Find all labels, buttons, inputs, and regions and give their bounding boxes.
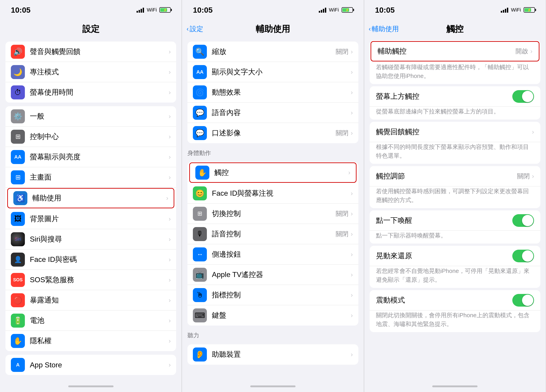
chevron-screen-time: › [169, 89, 171, 96]
spoken-label: 語音內容 [212, 108, 351, 118]
touch-row-shake[interactable]: 晃動來還原 [370, 246, 540, 266]
touch-section-top: 螢幕上方觸控 從螢幕底部邊緣向下拉來觸控螢幕上方的項目。 [370, 86, 540, 120]
settings-row-general[interactable]: ⚙️ 一般 › [6, 106, 176, 127]
touch-row-top[interactable]: 螢幕上方觸控 [370, 86, 540, 107]
side-icon: ↔ [193, 247, 207, 261]
page-title-1: 設定 [82, 23, 99, 35]
settings-row-focus[interactable]: 🌙 專注模式 › [6, 62, 176, 82]
hearing-section-label: 聽力 [182, 329, 364, 341]
acc-row-touch[interactable]: ✋ 觸控 › [189, 162, 356, 183]
acc-row-zoom[interactable]: 🔍 縮放 關閉 › [188, 42, 358, 62]
settings-row-privacy[interactable]: ✋ 隱私權 › [6, 331, 176, 351]
settings-section-3: A App Store › [6, 355, 176, 375]
accommodations-label: 觸控調節 [376, 171, 517, 181]
scroll-content-3[interactable]: 輔助觸控 開啟 › 若觸碰螢幕有障礙或需要適應性配件時，「輔助觸控」可以協助您使… [364, 38, 546, 381]
toggle-shake[interactable] [512, 250, 534, 262]
status-icons-3: WiFi ⚡ [501, 7, 535, 13]
chevron-appletv: › [351, 271, 353, 278]
acc-row-keyboard[interactable]: ⌨ 鍵盤 › [188, 305, 358, 326]
acc-row-hearing[interactable]: 👂 助聽裝置 › [188, 344, 358, 365]
audio-desc-label: 口述影像 [212, 128, 336, 138]
acc-row-side[interactable]: ↔ 側邊按鈕 › [188, 244, 358, 264]
acc-row-appletv[interactable]: 📺 Apple TV遙控器 › [188, 264, 358, 285]
spoken-icon: 💬 [193, 106, 207, 120]
touch-section-accommodations: 觸控調節 關閉 › 若使用觸控螢幕時感到困難，可調整下列設定來更改螢幕回應觸控的… [370, 166, 540, 208]
settings-row-screen-time[interactable]: ⏱ 螢幕使用時間 › [6, 82, 176, 103]
settings-row-home[interactable]: ⊞ 主畫面 › [6, 167, 176, 187]
settings-row-battery[interactable]: 🔋 電池 › [6, 310, 176, 331]
settings-row-control[interactable]: ⊞ 控制中心 › [6, 127, 176, 147]
touch-row-tap[interactable]: 點一下喚醒 [370, 210, 540, 231]
acc-row-pointer[interactable]: 🖱 指標控制 › [188, 285, 358, 305]
chevron-display: › [169, 154, 171, 161]
sos-icon: SOS [11, 273, 25, 287]
focus-icon: 🌙 [11, 65, 25, 79]
acc-row-audio-desc[interactable]: 💬 口述影像 關閉 › [188, 123, 358, 143]
assistive-touch-desc: 若觸碰螢幕有障礙或需要適應性配件時，「輔助觸控」可以協助您使用iPhone。 [370, 62, 540, 84]
chevron-faceid: › [169, 256, 171, 263]
toggle-vibration[interactable] [512, 294, 534, 307]
touch-row-vibration[interactable]: 震動模式 [370, 290, 540, 310]
motion-icon: 🌀 [193, 85, 207, 99]
acc-row-motion[interactable]: 🌀 動態效果 › [188, 82, 358, 103]
chevron-privacy: › [169, 337, 171, 345]
faceid-gaze-label: Face ID與螢幕注視 [212, 188, 351, 198]
zoom-label: 縮放 [212, 47, 336, 57]
page-title-3: 觸控 [446, 23, 463, 35]
acc-section-3: 👂 助聽裝置 › [188, 344, 358, 365]
appletv-label: Apple TV遙控器 [212, 270, 351, 280]
settings-row-wallpaper[interactable]: 🖼 背景圖片 › [6, 209, 176, 229]
touch-section-assistive: 輔助觸控 開啟 › 若觸碰螢幕有障礙或需要適應性配件時，「輔助觸控」可以協助您使… [370, 40, 540, 84]
signal-bars-1 [136, 7, 144, 13]
acc-row-switch[interactable]: ⊞ 切換控制 關閉 › [188, 204, 358, 224]
scroll-content-2[interactable]: 🔍 縮放 關閉 › AA 顯示與文字大小 › 🌀 動態效果 › [182, 38, 364, 381]
panel-touch: 10:05 WiFi ⚡ ‹ 輔助使用 觸控 [364, 0, 546, 392]
back-button-3[interactable]: ‹ 輔助使用 [369, 24, 399, 34]
chevron-wallpaper: › [169, 215, 171, 223]
chevron-touch: › [348, 169, 350, 176]
touch-row-haptic[interactable]: 觸覺回饋觸控 › [370, 122, 540, 142]
status-icons-2: WiFi ⚡ [319, 7, 353, 13]
touch-section-vibration: 震動模式 關閉此切換開關後，會停用所有iPhone上的震動模式，包含地震、海嘯和… [370, 290, 540, 332]
settings-row-appstore[interactable]: A App Store › [6, 355, 176, 375]
settings-row-display[interactable]: AA 螢幕顯示與亮度 › [6, 147, 176, 167]
acc-row-spoken[interactable]: 💬 語音內容 › [188, 103, 358, 123]
toggle-top-touch[interactable] [512, 90, 534, 103]
wallpaper-label: 背景圖片 [30, 214, 169, 224]
settings-row-accessibility[interactable]: ♿ 輔助使用 › [7, 188, 174, 208]
toggle-tap[interactable] [512, 214, 534, 227]
chevron-sound: › [169, 48, 171, 55]
settings-row-exposure[interactable]: 🔴 暴露通知 › [6, 290, 176, 310]
status-icons-1: WiFi ⚡ [136, 7, 171, 13]
signal-bar-2 [139, 10, 140, 13]
signal-bars-3 [501, 7, 508, 13]
motion-label: 動態效果 [212, 87, 351, 97]
chevron-general: › [169, 113, 171, 120]
title-row-2: ‹ 設定 輔助使用 [187, 24, 359, 34]
control-label: 控制中心 [30, 132, 169, 142]
side-label: 側邊按鈕 [212, 250, 351, 259]
back-label-3: 輔助使用 [372, 24, 399, 34]
back-button-2[interactable]: ‹ 設定 [187, 24, 203, 34]
hearing-label: 助聽裝置 [212, 349, 351, 360]
acc-row-faceid-gaze[interactable]: 😊 Face ID與螢幕注視 › [188, 183, 358, 204]
faceid-gaze-icon: 😊 [193, 186, 207, 200]
touch-row-assistive[interactable]: 輔助觸控 開啟 › [370, 41, 540, 61]
chevron-side: › [351, 251, 353, 258]
screen-time-label: 螢幕使用時間 [30, 87, 169, 97]
shake-label: 晃動來還原 [376, 251, 512, 261]
touch-row-accommodations[interactable]: 觸控調節 關閉 › [370, 166, 540, 186]
keyboard-label: 鍵盤 [212, 310, 351, 320]
acc-row-display-text[interactable]: AA 顯示與文字大小 › [188, 62, 358, 82]
settings-row-faceid[interactable]: 👤 Face ID與密碼 › [6, 250, 176, 270]
privacy-icon: ✋ [11, 334, 25, 348]
home-bar-2 [250, 386, 295, 387]
acc-row-voice[interactable]: 🎙 語音控制 關閉 › [188, 224, 358, 244]
status-bar-2: 10:05 WiFi ⚡ [182, 0, 364, 20]
scroll-content-1[interactable]: 🔊 聲音與觸覺回饋 › 🌙 專注模式 › ⏱ 螢幕使用時間 › [0, 38, 182, 381]
touch-icon: ✋ [195, 166, 209, 180]
settings-row-sound[interactable]: 🔊 聲音與觸覺回饋 › [6, 42, 176, 62]
settings-row-siri[interactable]: Siri Siri與搜尋 › [6, 229, 176, 250]
settings-row-sos[interactable]: SOS SOS緊急服務 › [6, 270, 176, 290]
acc-section-2: ✋ 觸控 › 😊 Face ID與螢幕注視 › ⊞ 切換控制 關閉 › [188, 162, 358, 326]
